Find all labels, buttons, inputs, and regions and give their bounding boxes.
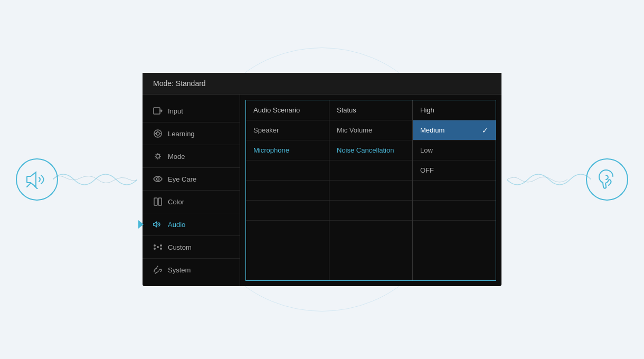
ear-icon [586, 158, 628, 201]
col3-item-low[interactable]: Low [413, 140, 496, 160]
col1-item-5 [246, 201, 329, 221]
osd-body: Input Learning [143, 95, 501, 286]
svg-point-4 [156, 132, 159, 135]
svg-point-13 [160, 156, 161, 157]
sidebar-label-system: System [168, 266, 191, 274]
svg-line-0 [27, 183, 31, 187]
svg-point-23 [160, 244, 162, 247]
svg-point-24 [154, 248, 156, 250]
svg-point-16 [159, 154, 160, 155]
sidebar-label-audio: Audio [168, 221, 185, 229]
svg-point-25 [160, 248, 162, 250]
mode-icon [153, 152, 163, 161]
eye-care-icon [153, 174, 163, 184]
speaker-icon [16, 158, 58, 201]
col2-item-4 [329, 181, 412, 201]
col1-item-4 [246, 181, 329, 201]
svg-point-10 [157, 153, 158, 154]
column-values: High Medium ✓ Low OFF [413, 100, 496, 280]
svg-point-8 [160, 133, 161, 134]
content-area: Audio Scenario Speaker Microphone Status… [245, 100, 496, 281]
col3-item-4 [413, 181, 496, 201]
col2-header: Status [329, 100, 412, 120]
sidebar-label-custom: Custom [168, 243, 192, 251]
sidebar: Input Learning [143, 95, 240, 286]
svg-rect-2 [154, 108, 160, 114]
osd-panel: Mode: Standard Input [143, 73, 501, 286]
svg-point-14 [156, 154, 157, 155]
input-icon [153, 106, 163, 116]
col3-item-medium[interactable]: Medium ✓ [413, 120, 496, 140]
svg-point-22 [154, 244, 156, 247]
learning-icon [153, 129, 163, 138]
column-status: Status Mic Volume Noise Cancellation [329, 100, 413, 280]
system-icon [153, 265, 163, 275]
svg-point-17 [156, 158, 157, 159]
sidebar-item-system[interactable]: System [143, 259, 240, 281]
sidebar-item-custom[interactable]: Custom [143, 236, 240, 259]
svg-point-7 [155, 133, 156, 134]
check-icon: ✓ [482, 126, 488, 135]
sidebar-label-color: Color [168, 198, 184, 206]
col3-item-6 [413, 221, 496, 241]
col3-item-5 [413, 201, 496, 221]
col1-item-speaker[interactable]: Speaker [246, 120, 329, 140]
sidebar-item-audio[interactable]: Audio [143, 213, 240, 236]
sidebar-label-learning: Learning [168, 130, 195, 138]
svg-point-18 [157, 178, 159, 181]
sidebar-item-color[interactable]: Color [143, 191, 240, 213]
col2-item-6 [329, 221, 412, 241]
svg-rect-20 [158, 198, 162, 205]
col1-item-3 [246, 160, 329, 181]
wave-left-decoration [53, 164, 137, 195]
svg-point-6 [157, 136, 158, 137]
svg-point-5 [157, 131, 158, 132]
svg-point-15 [159, 158, 160, 159]
col1-item-6 [246, 221, 329, 241]
col2-item-3 [329, 160, 412, 181]
col2-item-noise-cancellation[interactable]: Noise Cancellation [329, 140, 412, 160]
col2-item-5 [329, 201, 412, 221]
sidebar-item-eye-care[interactable]: Eye Care [143, 168, 240, 191]
osd-header: Mode: Standard [143, 73, 501, 95]
sidebar-label-eye-care: Eye Care [168, 175, 196, 183]
svg-point-12 [155, 156, 156, 157]
sidebar-arrow [138, 220, 144, 229]
col2-item-mic-volume[interactable]: Mic Volume [329, 120, 412, 140]
sidebar-item-learning[interactable]: Learning [143, 122, 240, 145]
svg-point-11 [157, 158, 158, 159]
column-audio-scenario: Audio Scenario Speaker Microphone [246, 100, 329, 280]
col1-item-microphone[interactable]: Microphone [246, 140, 329, 160]
col3-header: High [413, 100, 496, 120]
svg-point-21 [157, 246, 159, 248]
col1-header: Audio Scenario [246, 100, 329, 120]
sidebar-item-mode[interactable]: Mode [143, 145, 240, 168]
mode-label: Mode: Standard [153, 79, 206, 88]
svg-point-9 [156, 155, 160, 158]
sidebar-label-input: Input [168, 107, 183, 115]
audio-icon [153, 220, 163, 229]
custom-icon [153, 242, 163, 252]
col3-item-off[interactable]: OFF [413, 160, 496, 181]
svg-rect-19 [154, 198, 157, 205]
sidebar-item-input[interactable]: Input [143, 100, 240, 122]
color-icon [153, 197, 163, 206]
wave-right-decoration [507, 164, 591, 195]
sidebar-label-mode: Mode [168, 153, 185, 160]
